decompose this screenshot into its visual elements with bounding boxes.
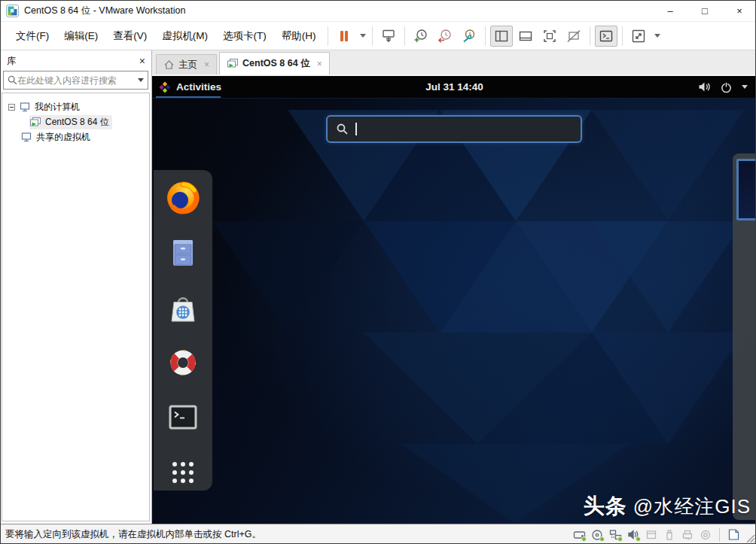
gnome-clock[interactable]: Jul 31 14:40 bbox=[152, 81, 756, 93]
revert-snapshot-button[interactable] bbox=[434, 26, 456, 47]
menu-help[interactable]: 帮助(H) bbox=[274, 26, 324, 47]
minimize-button[interactable]: – bbox=[653, 1, 687, 21]
unity-mode-button[interactable] bbox=[562, 26, 585, 47]
home-icon bbox=[163, 59, 175, 70]
toolbar-separator bbox=[404, 26, 405, 46]
library-title: 库 bbox=[7, 55, 17, 68]
menu-vm[interactable]: 虚拟机(M) bbox=[154, 26, 215, 47]
device-connected-dot bbox=[581, 536, 587, 542]
snapshot-clock-revert-icon bbox=[437, 29, 453, 44]
vm-icon bbox=[227, 58, 239, 69]
menu-tabs[interactable]: 选项卡(T) bbox=[215, 26, 274, 47]
tab-label: CentOS 8 64 位 bbox=[242, 57, 310, 70]
sound-status-icon[interactable] bbox=[626, 528, 640, 541]
library-search-box[interactable] bbox=[3, 71, 148, 90]
vm-icon bbox=[29, 117, 41, 128]
manage-snapshots-button[interactable] bbox=[458, 26, 480, 47]
tab-close-icon[interactable]: × bbox=[317, 59, 322, 69]
search-icon bbox=[8, 75, 17, 85]
usb-status-icon[interactable] bbox=[663, 528, 676, 541]
gnome-top-bar: Activities Jul 31 14:40 bbox=[152, 76, 756, 99]
close-button[interactable]: × bbox=[722, 1, 756, 21]
window-title: CentOS 8 64 位 - VMware Workstation bbox=[24, 5, 185, 17]
dock-files-icon[interactable] bbox=[164, 234, 202, 271]
disc-status-icon[interactable] bbox=[699, 528, 712, 541]
watermark-brand: 头条 bbox=[584, 492, 627, 521]
watermark-handle: @水经注GIS bbox=[633, 494, 751, 520]
device-status-icons bbox=[572, 528, 740, 542]
tree-item-my-computer[interactable]: 我的计算机 bbox=[2, 99, 149, 114]
fit-guest-button[interactable] bbox=[627, 26, 650, 47]
send-ctrl-alt-del-button[interactable] bbox=[377, 26, 400, 47]
library-tree: 我的计算机 CentOS 8 64 位 共享的虚拟机 bbox=[2, 93, 150, 521]
workspace-switcher bbox=[733, 153, 756, 520]
fullscreen-button[interactable] bbox=[538, 26, 561, 47]
library-close-icon[interactable]: × bbox=[139, 56, 145, 66]
fullscreen-brackets-icon bbox=[542, 29, 557, 44]
dock-help-icon[interactable] bbox=[164, 344, 202, 381]
device-connected-dot bbox=[599, 536, 605, 542]
cdrom-status-icon[interactable] bbox=[590, 528, 604, 541]
console-icon bbox=[599, 29, 614, 43]
title-bar: CentOS 8 64 位 - VMware Workstation – □ × bbox=[1, 1, 756, 22]
menu-view[interactable]: 查看(V) bbox=[105, 26, 154, 47]
pause-vm-button[interactable] bbox=[333, 26, 355, 47]
menu-toolbar: 文件(F) 编辑(E) 查看(V) 虚拟机(M) 选项卡(T) 帮助(H) bbox=[1, 22, 756, 50]
menu-file[interactable]: 文件(F) bbox=[8, 26, 56, 47]
device-connected-dot bbox=[617, 536, 623, 542]
chevron-down-icon bbox=[360, 34, 366, 38]
network-status-icon[interactable] bbox=[608, 528, 622, 541]
toggle-library-button[interactable] bbox=[490, 26, 513, 47]
search-icon bbox=[337, 123, 348, 135]
tree-item-shared-vms[interactable]: 共享的虚拟机 bbox=[2, 129, 149, 144]
toolbar-separator bbox=[622, 26, 623, 46]
pause-icon bbox=[339, 30, 349, 42]
maximize-button[interactable]: □ bbox=[687, 1, 722, 21]
tree-item-label: 共享的虚拟机 bbox=[36, 131, 90, 144]
device-connected-dot bbox=[636, 536, 641, 542]
tab-close-icon[interactable]: × bbox=[204, 59, 209, 70]
vmware-window: CentOS 8 64 位 - VMware Workstation – □ ×… bbox=[0, 0, 756, 544]
tree-item-centos-vm[interactable]: CentOS 8 64 位 bbox=[2, 114, 149, 129]
search-dropdown-icon[interactable] bbox=[138, 78, 144, 82]
menu-edit[interactable]: 编辑(E) bbox=[56, 26, 105, 47]
gnome-search-field[interactable] bbox=[326, 115, 582, 143]
dock-terminal-icon[interactable] bbox=[164, 399, 202, 436]
dock-app-grid-icon[interactable] bbox=[164, 454, 202, 491]
fit-options-dropdown[interactable] bbox=[651, 26, 663, 47]
activities-active-indicator bbox=[156, 96, 221, 98]
wallpaper-pattern bbox=[152, 99, 756, 524]
snapshot-clock-plus-icon bbox=[413, 29, 428, 44]
tab-label: 主页 bbox=[178, 59, 197, 71]
power-icon[interactable] bbox=[721, 81, 732, 93]
gnome-desktop bbox=[152, 99, 756, 524]
toolbar-separator bbox=[372, 26, 373, 46]
power-options-dropdown[interactable] bbox=[356, 26, 368, 47]
shared-vm-icon bbox=[20, 132, 32, 143]
send-input-icon bbox=[381, 29, 396, 44]
resize-arrow-icon bbox=[631, 29, 646, 44]
workspace-thumbnail[interactable] bbox=[736, 159, 756, 220]
computer-icon bbox=[19, 102, 31, 113]
sidebar-panel-icon bbox=[494, 29, 509, 43]
console-view-button[interactable] bbox=[595, 26, 617, 47]
dock-software-icon[interactable] bbox=[164, 289, 202, 326]
status-separator bbox=[719, 528, 720, 542]
tab-home[interactable]: 主页 × bbox=[156, 54, 217, 74]
thumbnail-bar-icon bbox=[518, 29, 533, 43]
collapse-icon[interactable] bbox=[8, 104, 15, 111]
hard-disk-status-icon[interactable] bbox=[572, 528, 586, 541]
vm-console-screen[interactable]: Activities Jul 31 14:40 bbox=[152, 76, 756, 524]
printer-status-icon[interactable] bbox=[681, 528, 694, 541]
resize-grip[interactable] bbox=[745, 533, 756, 544]
floppy-status-icon[interactable] bbox=[645, 528, 658, 541]
system-menu-chevron-icon[interactable] bbox=[742, 85, 748, 89]
toggle-thumbnail-bar-button[interactable] bbox=[514, 26, 537, 47]
take-snapshot-button[interactable] bbox=[410, 26, 432, 47]
notifications-icon[interactable] bbox=[727, 528, 740, 541]
tab-centos-vm[interactable]: CentOS 8 64 位 × bbox=[219, 52, 330, 74]
library-search-input[interactable] bbox=[17, 75, 138, 86]
dock-firefox-icon[interactable] bbox=[164, 179, 202, 216]
snapshot-clock-wrench-icon bbox=[462, 29, 477, 44]
volume-icon[interactable] bbox=[698, 81, 711, 93]
